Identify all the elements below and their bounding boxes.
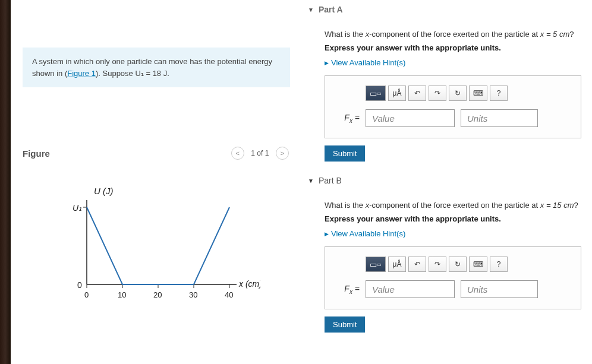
part-b-title: Part B: [319, 176, 342, 185]
figure-counter: 1 of 1: [251, 149, 269, 157]
chart-xlabel: x (cm): [238, 279, 260, 289]
problem-statement: A system in which only one particle can …: [23, 48, 290, 87]
part-a-title: Part A: [319, 5, 343, 14]
part-a-answer-row: Fx = Value Units: [333, 109, 572, 127]
triangle-right-icon: ▶: [325, 60, 329, 66]
reset-button[interactable]: ↻: [449, 86, 467, 101]
figure-nav: < 1 of 1 >: [230, 147, 290, 160]
caret-down-icon: ▼: [308, 178, 314, 184]
figure-header: Figure < 1 of 1 >: [23, 147, 290, 166]
undo-button[interactable]: ↶: [408, 257, 426, 272]
reset-button[interactable]: ↻: [449, 257, 467, 272]
redo-button[interactable]: ↷: [429, 257, 446, 272]
figure-link[interactable]: Figure 1: [67, 69, 96, 78]
part-a-instruction: Express your answer with the appropriate…: [325, 43, 581, 52]
units-input[interactable]: Units: [461, 280, 538, 298]
variable-label: Fx =: [333, 113, 360, 124]
xtick-10: 10: [118, 290, 126, 299]
part-b-hints[interactable]: ▶ View Available Hint(s): [325, 229, 581, 238]
part-b-toolbar: ▭▭ μÅ ↶ ↷ ↻ ⌨ ?: [366, 257, 572, 272]
part-a-hints[interactable]: ▶ View Available Hint(s): [325, 58, 581, 67]
part-b-header[interactable]: ▼ Part B: [308, 170, 581, 189]
triangle-right-icon: ▶: [325, 231, 329, 237]
figure-title: Figure: [23, 148, 50, 159]
chart-ytick-u1: U₁: [73, 203, 82, 213]
part-b-answer-row: Fx = Value Units: [333, 280, 572, 298]
hints-label: View Available Hint(s): [331, 229, 405, 238]
chart-ytick-0: 0: [77, 280, 82, 290]
undo-button[interactable]: ↶: [408, 86, 426, 101]
template-button[interactable]: ▭▭: [366, 86, 386, 101]
part-b-answer-box: ▭▭ μÅ ↶ ↷ ↻ ⌨ ? Fx = Value Units: [325, 246, 581, 309]
xtick-40: 40: [225, 290, 233, 299]
keyboard-button[interactable]: ⌨: [469, 86, 487, 101]
help-button[interactable]: ?: [490, 257, 508, 272]
chart-ylabel: U (J): [94, 186, 114, 196]
special-chars-button[interactable]: μÅ: [388, 86, 406, 101]
hints-label: View Available Hint(s): [331, 58, 405, 67]
keyboard-button[interactable]: ⌨: [469, 257, 487, 272]
right-panel: ▼ Part A What is the x-component of the …: [302, 0, 592, 364]
units-input[interactable]: Units: [461, 109, 538, 127]
chart: U (J) U₁ 0 0 10: [23, 183, 290, 310]
xtick-20: 20: [153, 290, 162, 299]
variable-label: Fx =: [333, 284, 360, 295]
xtick-0: 0: [84, 290, 89, 299]
chart-svg: U (J) U₁ 0 0 10: [58, 183, 260, 308]
part-b-question: What is the x-component of the force exe…: [325, 201, 581, 210]
redo-button[interactable]: ↷: [429, 86, 446, 101]
prev-figure-button[interactable]: <: [231, 147, 244, 160]
caret-down-icon: ▼: [308, 7, 314, 13]
part-a-submit-button[interactable]: Submit: [325, 145, 365, 162]
problem-text-post: ). Suppose U₁ = 18 J.: [96, 69, 169, 78]
part-b-instruction: Express your answer with the appropriate…: [325, 214, 581, 223]
next-figure-button[interactable]: >: [276, 147, 289, 160]
help-button[interactable]: ?: [490, 86, 508, 101]
left-panel: A system in which only one particle can …: [11, 0, 302, 364]
value-input[interactable]: Value: [366, 109, 455, 127]
part-a-question: What is the x-component of the force exe…: [325, 30, 581, 39]
page-edge-shadow: [0, 0, 11, 364]
part-b-submit-button[interactable]: Submit: [325, 316, 365, 333]
xtick-30: 30: [189, 290, 197, 299]
part-a-toolbar: ▭▭ μÅ ↶ ↷ ↻ ⌨ ?: [366, 86, 572, 101]
special-chars-button[interactable]: μÅ: [388, 257, 406, 272]
part-a-answer-box: ▭▭ μÅ ↶ ↷ ↻ ⌨ ? Fx = Value Units: [325, 75, 581, 138]
part-a-header[interactable]: ▼ Part A: [308, 0, 581, 18]
figure-section: Figure < 1 of 1 > U (J) U₁ 0: [23, 147, 290, 310]
chart-series-line: [87, 207, 229, 284]
template-button[interactable]: ▭▭: [366, 257, 386, 272]
value-input[interactable]: Value: [366, 280, 455, 298]
